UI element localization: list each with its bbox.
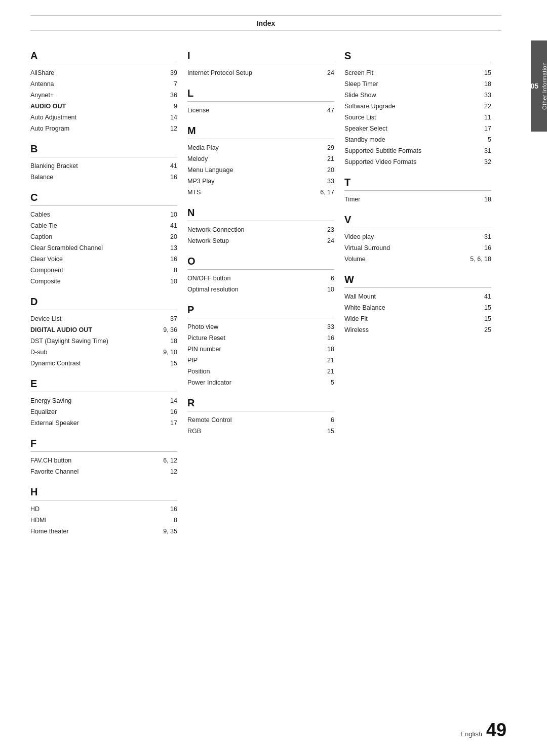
section-heading-N: N — [187, 207, 334, 219]
index-term: Anynet+ — [30, 90, 157, 100]
index-page: 18 — [471, 79, 491, 89]
section-heading-D: D — [30, 296, 177, 308]
section-divider-N — [187, 221, 334, 221]
index-term: Source List — [344, 112, 471, 122]
index-term: Virtual Surround — [344, 243, 471, 253]
index-row: Standby mode5 — [344, 134, 491, 145]
index-row: Media Play29 — [187, 142, 334, 153]
index-term: RGB — [187, 426, 314, 436]
section-divider-O — [187, 269, 334, 270]
section-heading-V: V — [344, 214, 491, 226]
section-divider-V — [344, 228, 491, 228]
index-page: 37 — [157, 314, 177, 324]
index-page: 10 — [157, 209, 177, 220]
index-row: DST (Daylight Saving Time)18 — [30, 335, 177, 347]
index-term: Wireless — [344, 325, 471, 335]
index-row: Position21 — [187, 366, 334, 377]
index-page: 9, 35 — [157, 526, 177, 536]
section-divider-F — [30, 451, 177, 452]
index-row: Antenna7 — [30, 78, 177, 90]
index-row: Speaker Select17 — [344, 123, 491, 134]
section-heading-L: L — [187, 88, 334, 99]
index-row: Network Connection23 — [187, 224, 334, 235]
index-term: Volume — [344, 254, 470, 264]
index-term: Internet Protocol Setup — [187, 68, 314, 78]
three-columns: AAllShare39Antenna7Anynet+36AUDIO OUT9Au… — [30, 41, 501, 537]
index-page: 16 — [157, 172, 177, 182]
section-divider-S — [344, 64, 491, 64]
section-divider-R — [187, 411, 334, 411]
index-row: License47 — [187, 105, 334, 116]
column-3: SScreen Fit15Sleep Timer18Slide Show33So… — [344, 41, 501, 537]
index-term: FAV.CH button — [30, 455, 157, 466]
index-term: PIN number — [187, 344, 314, 354]
index-term: Timer — [344, 194, 471, 204]
section-heading-A: A — [30, 50, 177, 62]
index-term: Supported Subtitle Formats — [344, 146, 471, 156]
index-term: External Speaker — [30, 418, 157, 428]
index-page: 6, 12 — [157, 455, 177, 466]
index-page: 9, 10 — [157, 347, 177, 357]
section-heading-E: E — [30, 378, 177, 390]
index-term: Photo view — [187, 322, 314, 332]
index-page: 21 — [314, 154, 334, 164]
section-divider-D — [30, 310, 177, 310]
index-page: 14 — [157, 112, 177, 122]
index-term: HD — [30, 504, 157, 514]
index-term: Cables — [30, 209, 157, 220]
index-row: Source List11 — [344, 112, 491, 123]
index-page: 29 — [314, 143, 334, 153]
index-page: 7 — [157, 79, 177, 89]
index-page: 39 — [157, 68, 177, 78]
index-row: Clear Scrambled Channel13 — [30, 242, 177, 254]
index-term: Device List — [30, 314, 157, 324]
index-term: AllShare — [30, 68, 157, 78]
index-row: Photo view33 — [187, 321, 334, 332]
section-heading-M: M — [187, 125, 334, 137]
index-term: MP3 Play — [187, 176, 314, 186]
index-term: Menu Language — [187, 165, 314, 175]
section-divider-T — [344, 190, 491, 191]
index-page: 5, 6, 18 — [470, 254, 491, 264]
index-term: Standby mode — [344, 135, 471, 145]
index-term: Dynamic Contrast — [30, 358, 157, 368]
index-page: 32 — [471, 157, 491, 167]
index-page: 16 — [157, 254, 177, 264]
section-heading-H: H — [30, 486, 177, 498]
index-row: Equalizer16 — [30, 406, 177, 417]
index-row: Energy Saving14 — [30, 395, 177, 406]
index-row: Supported Subtitle Formats31 — [344, 145, 491, 156]
index-row: HD16 — [30, 503, 177, 515]
section-divider-M — [187, 139, 334, 139]
index-row: Auto Program12 — [30, 123, 177, 134]
section-divider-A — [30, 64, 177, 64]
index-row: PIP21 — [187, 355, 334, 366]
index-row: Favorite Channel12 — [30, 466, 177, 477]
index-page: 15 — [314, 426, 334, 436]
page-footer: English 49 — [460, 720, 506, 741]
index-row: Wireless25 — [344, 324, 491, 335]
index-page: 8 — [157, 265, 177, 275]
index-term: Antenna — [30, 79, 157, 89]
index-term: Power Indicator — [187, 377, 314, 388]
index-page: 20 — [157, 232, 177, 242]
index-row: Dynamic Contrast15 — [30, 358, 177, 369]
index-term: Wall Mount — [344, 291, 471, 302]
index-page: 6 — [314, 273, 334, 283]
index-row: External Speaker17 — [30, 417, 177, 429]
section-heading-B: B — [30, 143, 177, 155]
index-page: 41 — [471, 291, 491, 302]
index-page: 25 — [471, 325, 491, 335]
section-heading-I: I — [187, 50, 334, 62]
index-page: 20 — [314, 165, 334, 175]
index-row: Melody21 — [187, 153, 334, 164]
index-page: 15 — [471, 68, 491, 78]
index-term: Caption — [30, 232, 157, 242]
index-term: Clear Voice — [30, 254, 157, 264]
index-page: 15 — [471, 303, 491, 313]
index-term: Network Setup — [187, 236, 314, 246]
index-row: AUDIO OUT9 — [30, 101, 177, 112]
index-page: 8 — [157, 515, 177, 525]
index-row: Timer18 — [344, 194, 491, 205]
section-heading-P: P — [187, 304, 334, 316]
